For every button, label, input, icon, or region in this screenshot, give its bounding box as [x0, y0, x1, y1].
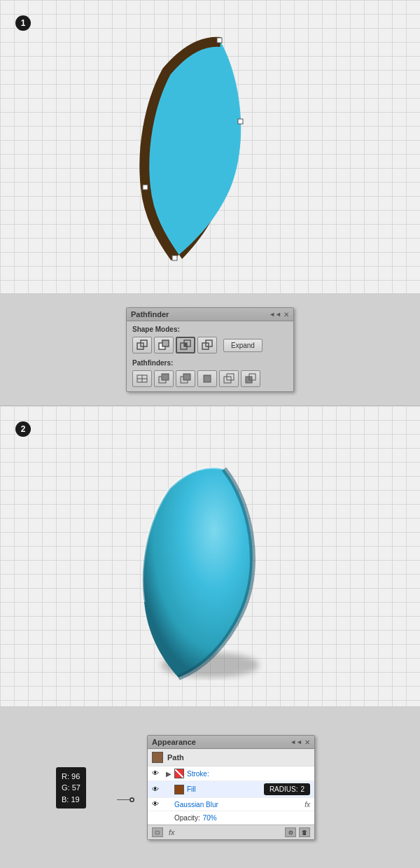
appearance-panel: Appearance ◄◄ ✕ Path 👁 ▶ Stroke: 👁	[147, 735, 315, 840]
unite-button[interactable]	[132, 337, 152, 354]
panel-close-icon[interactable]: ✕	[284, 311, 289, 318]
fx-badge: fx	[304, 801, 310, 808]
color-b: B: 19	[62, 794, 80, 806]
minus-front-button[interactable]	[154, 337, 174, 354]
pathfinder-panel: Pathfinder ◄◄ ✕ Shape Modes:	[126, 307, 294, 392]
merge-button[interactable]	[176, 370, 195, 387]
gaussian-blur-label[interactable]: Gaussian Blur	[174, 801, 304, 808]
appearance-title: Appearance	[152, 738, 196, 746]
appearance-section: R: 96 G: 57 B: 19 Appearance ◄◄ ✕ Path 👁…	[0, 707, 420, 868]
delete-icon[interactable]: 🗑	[299, 827, 310, 837]
new-item-icon[interactable]: □	[152, 827, 163, 837]
fill-row[interactable]: 👁 ▶ Fill RADIUS: 2	[148, 781, 314, 798]
stroke-expand-icon[interactable]: ▶	[166, 770, 172, 778]
fx-footer-icon[interactable]: fx	[169, 828, 175, 836]
color-tooltip: R: 96 G: 57 B: 19	[56, 767, 86, 809]
pathfinder-body: Shape Modes:	[127, 321, 293, 391]
unite-icon	[136, 340, 148, 351]
canvas-section-1: 1	[0, 0, 420, 294]
appearance-footer: □ fx ⊙ 🗑	[148, 825, 314, 839]
expand-button[interactable]: Expand	[223, 339, 262, 352]
color-g: G: 57	[62, 782, 80, 794]
crescent-svg	[112, 462, 294, 686]
duplicate-icon[interactable]: ⊙	[285, 827, 296, 837]
minus-back-icon	[245, 373, 256, 384]
appearance-titlebar: Appearance ◄◄ ✕	[148, 736, 314, 749]
appearance-close-icon[interactable]: ✕	[304, 738, 310, 746]
stroke-swatch[interactable]	[174, 769, 184, 778]
merge-icon	[180, 373, 191, 384]
path-label: Path	[167, 753, 184, 762]
panel-controls: ◄◄ ✕	[269, 311, 289, 318]
opacity-value[interactable]: 70%	[203, 814, 217, 822]
pathfinder-section: Pathfinder ◄◄ ✕ Shape Modes:	[0, 294, 420, 406]
stroke-visibility-icon[interactable]: 👁	[152, 769, 163, 778]
canvas-section-2: 2	[0, 406, 420, 707]
divide-button[interactable]	[132, 370, 152, 387]
svg-rect-3	[172, 255, 177, 260]
pathfinder-titlebar: Pathfinder ◄◄ ✕	[127, 308, 293, 321]
gaussian-blur-visibility-icon[interactable]: 👁	[152, 800, 163, 808]
pathfinders-row	[132, 370, 288, 387]
svg-rect-10	[184, 343, 187, 346]
fill-swatch[interactable]	[174, 785, 184, 794]
shape-modes-row: Expand	[132, 337, 288, 354]
svg-rect-19	[183, 374, 190, 380]
appearance-body: Path 👁 ▶ Stroke: 👁 ▶ Fill RADIUS: 2	[148, 749, 314, 825]
footer-icons: □ fx	[152, 827, 175, 837]
step-badge-1: 1	[15, 15, 31, 31]
shape1-svg	[112, 21, 273, 273]
svg-rect-7	[162, 340, 169, 346]
exclude-icon	[202, 340, 213, 351]
crop-button[interactable]	[197, 370, 217, 387]
appearance-collapse-icon[interactable]: ◄◄	[290, 738, 302, 746]
radius-tooltip: RADIUS: 2	[264, 783, 310, 795]
trim-button[interactable]	[154, 370, 174, 387]
color-r: R: 96	[62, 771, 80, 783]
shape-modes-label: Shape Modes:	[132, 326, 288, 333]
minus-back-button[interactable]	[241, 370, 260, 387]
step-badge-2: 2	[15, 421, 31, 437]
pathfinder-title: Pathfinder	[131, 310, 169, 318]
tooltip-dot	[130, 797, 134, 802]
exclude-button[interactable]	[197, 337, 217, 354]
intersect-icon	[180, 340, 191, 351]
trim-icon	[158, 373, 169, 384]
svg-rect-20	[204, 375, 211, 382]
fill-label[interactable]: Fill	[187, 785, 264, 793]
radius-value: 2	[300, 785, 304, 793]
panel-collapse-icon[interactable]: ◄◄	[269, 311, 281, 318]
svg-rect-0	[217, 38, 222, 43]
svg-rect-17	[162, 374, 169, 380]
appearance-panel-controls: ◄◄ ✕	[290, 738, 310, 746]
intersect-button[interactable]	[176, 337, 195, 354]
fill-visibility-icon[interactable]: 👁	[152, 785, 163, 794]
divide-icon	[136, 373, 148, 384]
svg-rect-1	[238, 119, 243, 124]
stroke-label[interactable]: Stroke:	[187, 770, 310, 778]
opacity-label: Opacity:	[174, 814, 200, 822]
minus-front-icon	[158, 340, 169, 351]
crop-icon	[202, 373, 213, 384]
tooltip-arrow-line	[117, 799, 132, 800]
outline-button[interactable]	[219, 370, 239, 387]
pathfinders-label: Pathfinders:	[132, 359, 288, 367]
opacity-row[interactable]: 👁 ▶ Opacity: 70%	[148, 811, 314, 825]
svg-rect-2	[143, 185, 148, 190]
stroke-row[interactable]: 👁 ▶ Stroke:	[148, 766, 314, 781]
gaussian-blur-row[interactable]: 👁 ▶ Gaussian Blur fx	[148, 798, 314, 811]
outline-icon	[223, 373, 234, 384]
path-header-row: Path	[148, 749, 314, 766]
radius-label: RADIUS:	[270, 785, 298, 793]
path-color-icon	[152, 752, 163, 763]
